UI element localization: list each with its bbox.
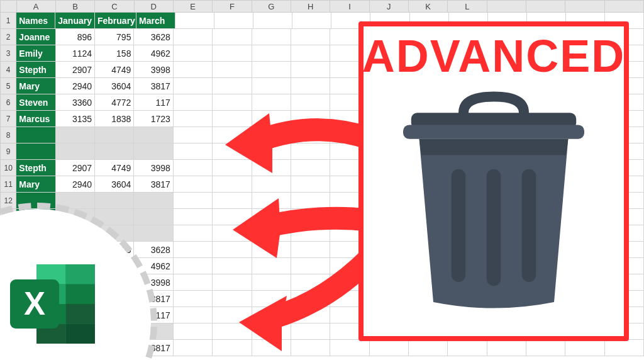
- cell[interactable]: [174, 291, 213, 307]
- cell[interactable]: Emily: [16, 45, 55, 62]
- cell[interactable]: [213, 127, 252, 143]
- cell[interactable]: [95, 193, 134, 209]
- cell[interactable]: [174, 176, 213, 193]
- cell[interactable]: [252, 160, 291, 176]
- cell[interactable]: [174, 258, 213, 274]
- cell[interactable]: 3628: [134, 29, 173, 45]
- cell[interactable]: [174, 323, 213, 340]
- cell[interactable]: [252, 225, 291, 242]
- cell[interactable]: [526, 340, 565, 356]
- cell[interactable]: [134, 127, 173, 143]
- cell[interactable]: [16, 127, 55, 143]
- cell[interactable]: [291, 274, 330, 291]
- cell[interactable]: [134, 193, 173, 209]
- cell[interactable]: [409, 340, 448, 356]
- cell[interactable]: [291, 29, 330, 45]
- cell[interactable]: 117: [134, 94, 173, 111]
- cell[interactable]: [213, 78, 252, 94]
- cell[interactable]: [252, 340, 291, 356]
- cell[interactable]: [252, 143, 291, 160]
- cell[interactable]: Marcus: [16, 111, 55, 127]
- cell[interactable]: [252, 258, 291, 274]
- column-header[interactable]: E: [174, 0, 213, 13]
- row-number[interactable]: 5: [0, 78, 16, 94]
- cell[interactable]: [565, 340, 604, 356]
- cell[interactable]: [213, 143, 252, 160]
- cell[interactable]: [291, 258, 330, 274]
- cell[interactable]: Stepth: [16, 160, 55, 176]
- cell[interactable]: [291, 242, 330, 258]
- cell[interactable]: [174, 111, 213, 127]
- row-number[interactable]: 1: [0, 13, 16, 29]
- cell[interactable]: [174, 193, 213, 209]
- cell[interactable]: [252, 291, 291, 307]
- cell[interactable]: [291, 78, 330, 94]
- cell[interactable]: [252, 29, 291, 45]
- cell[interactable]: [56, 143, 95, 160]
- row-number[interactable]: 10: [0, 160, 16, 176]
- cell[interactable]: [213, 160, 252, 176]
- cell[interactable]: [174, 274, 213, 291]
- cell[interactable]: Steven: [16, 94, 55, 111]
- select-all-corner[interactable]: [0, 0, 17, 13]
- column-header[interactable]: C: [95, 0, 134, 13]
- cell[interactable]: [213, 340, 252, 356]
- column-header[interactable]: [605, 0, 644, 13]
- cell[interactable]: 1723: [134, 111, 173, 127]
- cell[interactable]: [213, 291, 252, 307]
- cell[interactable]: [291, 225, 330, 242]
- cell[interactable]: 3628: [134, 242, 173, 258]
- cell[interactable]: 158: [95, 45, 134, 62]
- column-header[interactable]: [487, 0, 526, 13]
- column-header[interactable]: B: [56, 0, 95, 13]
- cell[interactable]: [291, 307, 330, 323]
- cell[interactable]: [95, 143, 134, 160]
- column-header[interactable]: [565, 0, 604, 13]
- cell[interactable]: Joanne: [16, 29, 55, 45]
- row-number[interactable]: 3: [0, 45, 16, 62]
- cell[interactable]: [291, 127, 330, 143]
- cell[interactable]: January: [55, 13, 95, 29]
- cell[interactable]: [252, 209, 291, 225]
- cell[interactable]: [252, 242, 291, 258]
- cell[interactable]: [213, 62, 252, 78]
- row-number[interactable]: 6: [0, 94, 16, 111]
- cell[interactable]: Mary: [16, 78, 55, 94]
- cell[interactable]: 1124: [56, 45, 95, 62]
- cell[interactable]: [174, 45, 213, 62]
- cell[interactable]: [291, 143, 330, 160]
- cell[interactable]: [134, 225, 173, 242]
- cell[interactable]: [174, 209, 213, 225]
- cell[interactable]: [213, 111, 252, 127]
- row-number[interactable]: 8: [0, 127, 16, 143]
- column-header[interactable]: H: [291, 0, 330, 13]
- cell[interactable]: [213, 45, 252, 62]
- cell[interactable]: [174, 225, 213, 242]
- cell[interactable]: 2907: [56, 62, 95, 78]
- cell[interactable]: [252, 94, 291, 111]
- cell[interactable]: [134, 209, 173, 225]
- cell[interactable]: [213, 94, 252, 111]
- cell[interactable]: [291, 193, 330, 209]
- cell[interactable]: [252, 307, 291, 323]
- row-number[interactable]: 4: [0, 62, 16, 78]
- cell[interactable]: [214, 13, 253, 29]
- cell[interactable]: 3135: [56, 111, 95, 127]
- cell[interactable]: [213, 274, 252, 291]
- cell[interactable]: 2907: [56, 160, 95, 176]
- cell[interactable]: [174, 340, 213, 356]
- cell[interactable]: [291, 176, 330, 193]
- cell[interactable]: 4749: [95, 62, 134, 78]
- cell[interactable]: 3998: [134, 160, 173, 176]
- cell[interactable]: [291, 323, 330, 340]
- cell[interactable]: 3604: [95, 176, 134, 193]
- cell[interactable]: March: [136, 13, 175, 29]
- cell[interactable]: [174, 307, 213, 323]
- cell[interactable]: February: [95, 13, 136, 29]
- column-header[interactable]: K: [409, 0, 448, 13]
- cell[interactable]: 3604: [95, 78, 134, 94]
- cell[interactable]: [174, 78, 213, 94]
- cell[interactable]: [291, 94, 330, 111]
- row-number[interactable]: 2: [0, 29, 16, 45]
- cell[interactable]: 4749: [95, 160, 134, 176]
